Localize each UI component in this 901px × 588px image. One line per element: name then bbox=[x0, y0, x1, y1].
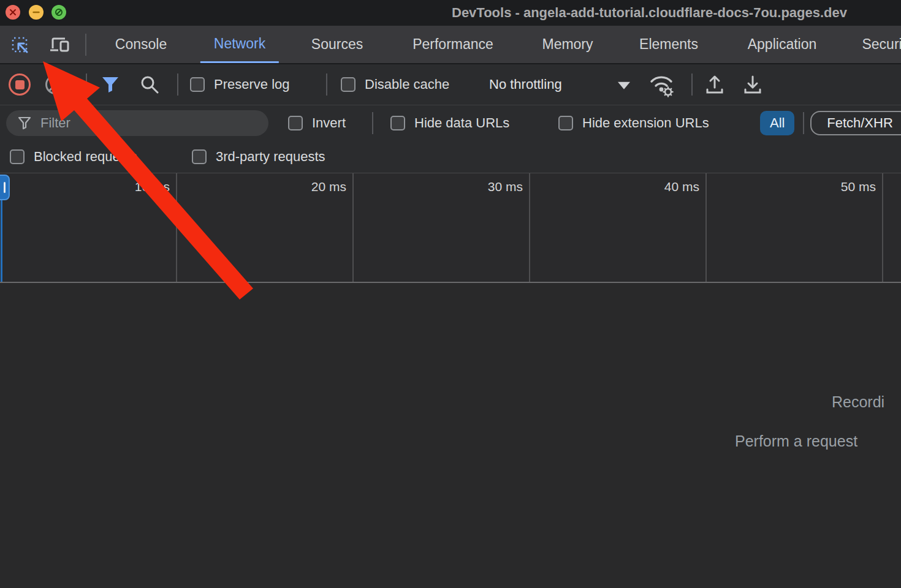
chip-label: All bbox=[770, 115, 785, 131]
devtools-tabbar: Console Network Sources Performance Memo… bbox=[0, 26, 901, 64]
tab-label: Network bbox=[214, 36, 265, 52]
record-square bbox=[15, 80, 25, 89]
tab-network[interactable]: Network bbox=[200, 26, 279, 63]
toolbar-separator bbox=[372, 112, 373, 134]
tab-security[interactable]: Security bbox=[848, 26, 901, 63]
checkbox-label: 3rd-party requests bbox=[216, 149, 325, 165]
checkbox-label: Disable cache bbox=[365, 77, 449, 92]
request-type-fetch-xhr-chip[interactable]: Fetch/XHR bbox=[810, 111, 901, 135]
tab-performance[interactable]: Performance bbox=[399, 26, 507, 63]
disable-cache-checkbox[interactable]: Disable cache bbox=[341, 77, 449, 92]
close-icon[interactable] bbox=[6, 5, 20, 20]
timeline-gridline bbox=[176, 173, 177, 282]
chevron-down-icon[interactable] bbox=[618, 82, 630, 89]
tab-label: Sources bbox=[311, 36, 363, 53]
network-overview-timeline[interactable]: 10 ms 20 ms 30 ms 40 ms 50 ms bbox=[0, 173, 901, 283]
toolbar-separator bbox=[86, 74, 87, 96]
checkbox-box bbox=[192, 149, 207, 164]
checkbox-label: Invert bbox=[312, 115, 346, 131]
toolbar-separator bbox=[85, 34, 86, 56]
checkbox-box bbox=[341, 77, 355, 92]
toolbar-separator bbox=[326, 74, 327, 96]
overview-range-handle[interactable] bbox=[0, 175, 10, 200]
timeline-gridline bbox=[705, 173, 707, 282]
tab-sources[interactable]: Sources bbox=[298, 26, 376, 63]
checkbox-box bbox=[558, 116, 573, 130]
checkbox-label: Hide data URLs bbox=[414, 115, 509, 131]
preserve-log-checkbox[interactable]: Preserve log bbox=[190, 77, 290, 92]
download-icon[interactable] bbox=[742, 74, 764, 96]
timeline-tick-label: 10 ms bbox=[96, 179, 170, 194]
tab-label: Performance bbox=[412, 36, 493, 53]
blocked-requests-checkbox[interactable]: Blocked requests bbox=[10, 149, 137, 165]
timeline-gridline bbox=[882, 173, 883, 282]
timeline-tick-label: 30 ms bbox=[449, 179, 523, 194]
tab-label: Elements bbox=[639, 36, 698, 53]
funnel-icon[interactable] bbox=[101, 75, 120, 94]
checkbox-label: Preserve log bbox=[214, 77, 290, 92]
empty-state-hint-text: Perform a request bbox=[735, 432, 857, 450]
checkbox-box bbox=[190, 77, 205, 92]
wifi-gear-icon[interactable] bbox=[647, 72, 676, 97]
toolbar-separator bbox=[803, 112, 804, 134]
window-titlebar: DevTools - angela-add-tutorial.cloudflar… bbox=[0, 0, 901, 26]
tab-label: Security bbox=[862, 36, 901, 53]
throttling-select[interactable]: No throttling bbox=[489, 77, 562, 92]
chip-label: Fetch/XHR bbox=[827, 115, 893, 131]
checkbox-label: Hide extension URLs bbox=[582, 115, 709, 131]
hide-data-urls-checkbox[interactable]: Hide data URLs bbox=[390, 115, 509, 131]
timeline-tick-label: 40 ms bbox=[626, 179, 699, 194]
filter-field[interactable] bbox=[6, 110, 268, 136]
record-stop-icon[interactable] bbox=[9, 74, 31, 96]
checkbox-label: Blocked requests bbox=[34, 149, 137, 165]
tab-label: Console bbox=[115, 36, 167, 53]
timeline-gridline bbox=[529, 173, 530, 282]
empty-state-recording-text: Recordi bbox=[832, 393, 884, 411]
tab-elements[interactable]: Elements bbox=[626, 26, 712, 63]
inspect-cursor-icon[interactable] bbox=[11, 35, 31, 55]
tab-memory[interactable]: Memory bbox=[528, 26, 606, 63]
checkbox-box bbox=[390, 116, 405, 130]
hide-extension-urls-checkbox[interactable]: Hide extension URLs bbox=[558, 115, 709, 131]
timeline-tick-label: 20 ms bbox=[273, 179, 346, 194]
funnel-outline-icon bbox=[17, 116, 32, 130]
timeline-tick-label: 50 ms bbox=[802, 179, 876, 194]
tab-label: Application bbox=[748, 36, 817, 53]
request-type-all-chip[interactable]: All bbox=[760, 111, 794, 135]
zoom-disabled-icon[interactable] bbox=[51, 5, 66, 20]
device-toolbar-icon[interactable] bbox=[49, 35, 71, 55]
overview-range-handle-line bbox=[1, 200, 2, 282]
tab-application[interactable]: Application bbox=[734, 26, 831, 63]
window-title: DevTools - angela-add-tutorial.cloudflar… bbox=[452, 5, 847, 21]
checkbox-box bbox=[10, 149, 25, 164]
checkbox-box bbox=[288, 116, 303, 130]
handle-grip bbox=[4, 182, 6, 193]
network-toolbar: Preserve log Disable cache No throttling bbox=[0, 64, 901, 105]
search-icon[interactable] bbox=[139, 74, 160, 95]
filter-bar: Invert Hide data URLs Hide extension URL… bbox=[0, 105, 901, 141]
tab-console[interactable]: Console bbox=[102, 26, 180, 63]
toolbar-separator bbox=[177, 74, 178, 96]
tab-label: Memory bbox=[542, 36, 593, 53]
invert-checkbox[interactable]: Invert bbox=[288, 115, 346, 131]
minimize-icon[interactable] bbox=[29, 5, 44, 20]
clear-icon[interactable] bbox=[45, 75, 65, 94]
timeline-gridline bbox=[352, 173, 354, 282]
filter-input[interactable] bbox=[39, 115, 260, 132]
toolbar-separator bbox=[691, 74, 693, 96]
upload-icon[interactable] bbox=[704, 74, 726, 96]
third-party-requests-checkbox[interactable]: 3rd-party requests bbox=[192, 149, 325, 165]
filter-bar-row2: Blocked requests 3rd-party requests bbox=[0, 141, 901, 173]
